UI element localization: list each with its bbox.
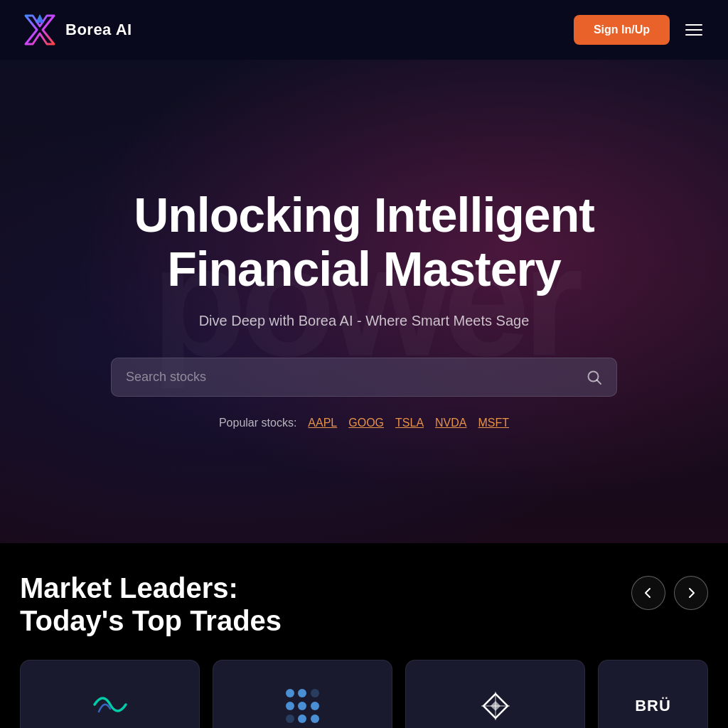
card-logo-2 [286,689,320,723]
prev-arrow-button[interactable] [631,576,665,610]
logo-text: Borea AI [65,21,132,39]
dot [286,689,294,697]
svg-marker-1 [36,14,44,23]
hero-content: Unlocking Intelligent Financial Mastery … [57,188,671,429]
stock-link-tsla[interactable]: TSLA [395,417,424,429]
popular-stocks-row: Popular stocks: AAPL GOOG TSLA NVDA MSFT [57,417,671,429]
search-container [111,358,617,397]
stock-link-nvda[interactable]: NVDA [435,417,466,429]
card-logo-3 [474,685,517,727]
bru-text: BRÜ [635,697,671,715]
carousel-nav [631,576,708,610]
next-arrow-button[interactable] [674,576,708,610]
hero-title: Unlocking Intelligent Financial Mastery [57,188,671,296]
stock-card-2[interactable] [213,660,392,728]
market-title-line2: Today's Top Trades [20,605,282,636]
popular-label: Popular stocks: [219,417,296,429]
stock-link-aapl[interactable]: AAPL [308,417,337,429]
chevron-left-icon [642,587,655,599]
search-button[interactable] [584,367,605,388]
stock-cards-row: BRÜ [20,660,708,728]
market-header: Market Leaders: Today's Top Trades [20,572,708,637]
dot [298,714,306,723]
card-logo-1 [89,685,132,727]
market-section: Market Leaders: Today's Top Trades [0,543,728,728]
chevron-right-icon [685,587,697,599]
dot [298,689,306,697]
menu-line-1 [685,24,702,26]
hero-title-line2: Financial Mastery [167,242,561,296]
stock-link-msft[interactable]: MSFT [478,417,510,429]
menu-button[interactable] [682,21,705,38]
search-input[interactable] [123,364,584,390]
dot [311,702,319,710]
dot [286,714,294,723]
dot [311,714,319,723]
stock-card-3[interactable] [405,660,585,728]
navbar: Borea AI Sign In/Up [0,0,728,60]
market-title: Market Leaders: Today's Top Trades [20,572,282,637]
dot [286,702,294,710]
svg-line-3 [597,380,601,384]
nav-right: Sign In/Up [574,15,705,45]
menu-line-2 [685,29,702,31]
hero-section: power Unlocking Intelligent Financial Ma… [0,60,728,543]
dot [311,689,319,697]
stock-link-goog[interactable]: GOOG [348,417,384,429]
menu-line-3 [685,34,702,36]
market-title-line1: Market Leaders: [20,572,238,604]
search-icon [587,370,602,385]
logo-area: Borea AI [23,13,132,47]
stock-card-4[interactable]: BRÜ [598,660,708,728]
dot [298,702,306,710]
logo-icon [23,13,57,47]
hero-title-line1: Unlocking Intelligent [134,188,594,242]
card-logo-4: BRÜ [632,685,675,727]
hero-subtitle: Dive Deep with Borea AI - Where Smart Me… [57,313,671,329]
stock-card-1[interactable] [20,660,200,728]
sign-in-button[interactable]: Sign In/Up [574,15,670,45]
svg-rect-7 [490,701,500,711]
